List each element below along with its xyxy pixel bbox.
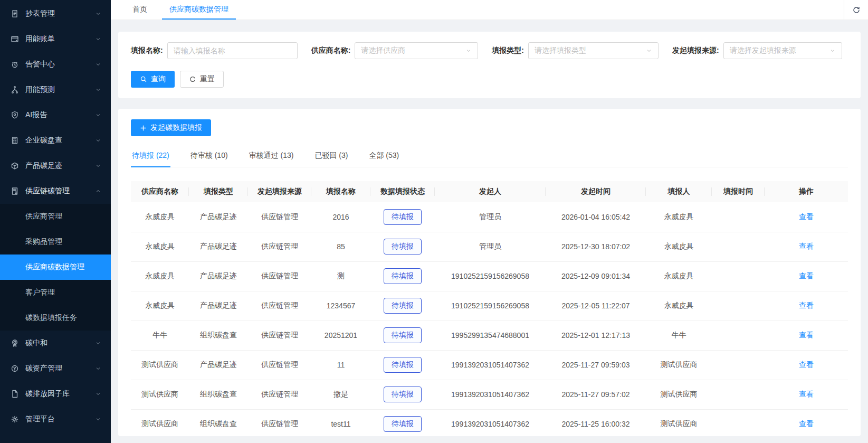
- view-link[interactable]: 查看: [799, 301, 814, 309]
- cell-supplier: 永威皮具: [131, 261, 189, 291]
- view-link[interactable]: 查看: [799, 390, 814, 398]
- plus-icon: [140, 125, 147, 131]
- cell-filler: 测试供应商: [646, 380, 712, 409]
- supplier-select-placeholder: 请选择供应商: [361, 46, 405, 55]
- chevron-down-icon: [95, 391, 101, 397]
- cell-status: 待填报: [370, 380, 435, 409]
- column-header-fill-time: 填报时间: [712, 181, 765, 202]
- report-type-label: 填报类型:: [492, 46, 524, 55]
- cell-filler: 永威皮具: [646, 291, 712, 321]
- sidebar-item-alert-center[interactable]: 告警中心: [0, 52, 111, 77]
- sidebar-item-management-platform[interactable]: 管理平台: [0, 407, 111, 432]
- sidebar-item-label: 碳排放因子库: [25, 389, 95, 399]
- status-pending-button[interactable]: 待填报: [384, 416, 422, 432]
- view-link[interactable]: 查看: [799, 419, 814, 428]
- cell-source: 供应链管理: [248, 291, 311, 321]
- sidebar-item-label: 用能预测: [25, 85, 95, 95]
- supplier-select[interactable]: 请选择供应商: [355, 42, 478, 59]
- chevron-down-icon: [95, 163, 101, 169]
- carbon-neutral-icon: [11, 339, 19, 347]
- sidebar-item-meter-management[interactable]: 抄表管理: [0, 1, 111, 26]
- view-link[interactable]: 查看: [799, 331, 814, 339]
- sidebar-subitem-carbon-data-task[interactable]: 碳数据填报任务: [0, 305, 111, 331]
- column-header-source: 发起填报来源: [248, 181, 311, 202]
- cell-status: 待填报: [370, 321, 435, 350]
- cell-initiator: 1991392031051407362: [435, 350, 546, 380]
- cell-source: 供应链管理: [248, 350, 311, 380]
- sidebar-item-label: 碳中和: [25, 338, 95, 348]
- sidebar-item-energy-bill[interactable]: 用能账单: [0, 26, 111, 52]
- cell-status: 待填报: [370, 261, 435, 291]
- tab-supplier-carbon-data[interactable]: 供应商碳数据管理: [162, 0, 236, 20]
- chevron-down-icon: [829, 48, 836, 54]
- status-tab-all[interactable]: 全部 (53): [368, 146, 400, 167]
- tab-label: 首页: [132, 5, 147, 14]
- refresh-button[interactable]: [844, 0, 868, 20]
- sidebar-item-carbon-neutral[interactable]: 碳中和: [0, 331, 111, 356]
- status-tab-approved[interactable]: 审核通过 (13): [248, 146, 295, 167]
- report-source-select-placeholder: 请选择发起填报来源: [730, 46, 796, 55]
- chevron-down-icon: [95, 137, 101, 144]
- sidebar-item-enterprise-carbon-inventory[interactable]: 企业碳盘查: [0, 128, 111, 153]
- sidebar-subitem-customer-management[interactable]: 客户管理: [0, 280, 111, 305]
- reset-button[interactable]: 重置: [180, 71, 224, 88]
- report-name-label: 填报名称:: [131, 46, 163, 55]
- view-link[interactable]: 查看: [799, 271, 814, 280]
- status-pending-button[interactable]: 待填报: [384, 327, 422, 343]
- sidebar-item-product-footprint[interactable]: 产品碳足迹: [0, 153, 111, 178]
- report-type-select-placeholder: 请选择填报类型: [535, 46, 586, 55]
- cell-fill-time: [712, 261, 765, 291]
- report-type-select[interactable]: 请选择填报类型: [528, 42, 659, 59]
- view-link[interactable]: 查看: [799, 212, 814, 221]
- cell-name: 1234567: [311, 291, 370, 321]
- status-pending-button[interactable]: 待填报: [384, 268, 422, 284]
- sidebar-subitem-procurement-management[interactable]: 采购品管理: [0, 229, 111, 255]
- view-link[interactable]: 查看: [799, 360, 814, 369]
- sidebar-item-label: 企业碳盘查: [25, 136, 95, 145]
- tab-home[interactable]: 首页: [125, 0, 155, 20]
- cell-name: 2016: [311, 202, 370, 232]
- status-pending-button[interactable]: 待填报: [384, 209, 422, 225]
- cell-name: 85: [311, 232, 370, 261]
- cell-initiator: 1995299135474688001: [435, 321, 546, 350]
- cell-init-time: 2025-12-01 12:17:13: [546, 321, 646, 350]
- status-tab-rejected[interactable]: 已驳回 (3): [313, 146, 349, 167]
- status-pending-button[interactable]: 待填报: [384, 357, 422, 373]
- cell-source: 供应链管理: [248, 380, 311, 409]
- status-pending-button[interactable]: 待填报: [384, 387, 422, 402]
- status-pending-button[interactable]: 待填报: [384, 239, 422, 255]
- report-name-input[interactable]: [167, 42, 298, 59]
- sidebar-item-label: 管理平台: [25, 414, 95, 424]
- status-tab-label: 审核通过 (13): [249, 151, 294, 159]
- cell-fill-time: [712, 380, 765, 409]
- cell-filler: 永威皮具: [646, 261, 712, 291]
- cell-name: 撒是: [311, 380, 370, 409]
- filter-field-report-type: 填报类型: 请选择填报类型: [492, 42, 659, 59]
- status-tab-label: 待审核 (10): [190, 151, 228, 159]
- sidebar-subitem-supplier-carbon-data[interactable]: 供应商碳数据管理: [0, 255, 111, 280]
- sidebar-item-energy-forecast[interactable]: 用能预测: [0, 77, 111, 102]
- sidebar-item-ai-report[interactable]: AI报告: [0, 102, 111, 128]
- sidebar-item-emission-factor-library[interactable]: 碳排放因子库: [0, 381, 111, 407]
- view-link[interactable]: 查看: [799, 242, 814, 250]
- report-source-select[interactable]: 请选择发起填报来源: [723, 42, 842, 59]
- table-row: 测试供应商 组织碳盘查 供应链管理 撒是 待填报 199139203105140…: [131, 380, 848, 409]
- cell-filler: 测试供应商: [646, 409, 712, 439]
- cell-supplier: 测试供应商: [131, 409, 189, 439]
- sidebar-subitem-label: 供应商管理: [25, 212, 62, 221]
- cell-initiator: 1991392031051407362: [435, 380, 546, 409]
- cell-type: 组织碳盘查: [189, 380, 248, 409]
- sidebar-item-carbon-asset[interactable]: 碳资产管理: [0, 356, 111, 381]
- cell-action: 查看: [765, 232, 848, 261]
- status-pending-button[interactable]: 待填报: [384, 298, 422, 314]
- status-tab-pending-fill[interactable]: 待填报 (22): [131, 146, 170, 167]
- sidebar-item-supply-chain-carbon[interactable]: 供应链碳管理: [0, 178, 111, 204]
- create-carbon-report-button[interactable]: 发起碳数据填报: [131, 119, 211, 136]
- cell-source: 供应链管理: [248, 202, 311, 232]
- search-button[interactable]: 查询: [131, 71, 175, 88]
- cell-source: 供应链管理: [248, 261, 311, 291]
- status-tab-pending-review[interactable]: 待审核 (10): [189, 146, 229, 167]
- cell-fill-time: [712, 232, 765, 261]
- cell-status: 待填报: [370, 291, 435, 321]
- sidebar-subitem-supplier-management[interactable]: 供应商管理: [0, 204, 111, 229]
